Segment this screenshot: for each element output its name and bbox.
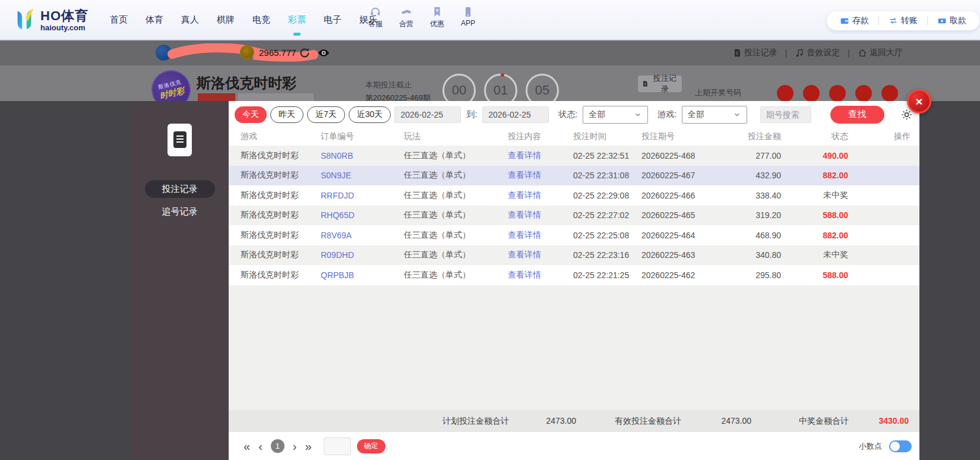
cell-detail-link[interactable]: 查看详情: [508, 250, 573, 260]
cell-order-link[interactable]: R09DHD: [321, 250, 404, 260]
quick-item-label: 合营: [399, 19, 413, 29]
cell-order-link[interactable]: RHQ65D: [321, 210, 404, 220]
cell-amount: 319.20: [716, 210, 781, 220]
planned-total-value: 2473.00: [508, 416, 576, 426]
pagination-bar: « ‹ 1 › » 确定 小数点: [229, 432, 919, 460]
quick-menu: 客服合营¥优惠APP: [363, 6, 480, 29]
first-page-button[interactable]: «: [244, 440, 250, 452]
column-header-投注期号: 投注期号: [641, 131, 716, 142]
cell-detail-link[interactable]: 查看详情: [508, 210, 573, 220]
visibility-eye-icon[interactable]: [317, 46, 330, 59]
date-from-input[interactable]: [394, 106, 461, 123]
quick-range-group: 今天昨天近7天近30天: [235, 106, 391, 123]
cell-play: 任三直选（单式）: [404, 150, 508, 161]
quick-item-合营[interactable]: 合营: [394, 6, 418, 29]
cell-period: 20260225-467: [641, 171, 716, 180]
wallet-action-取款[interactable]: 取款: [937, 15, 966, 26]
range-pill-昨天[interactable]: 昨天: [270, 106, 304, 123]
cell-detail-link[interactable]: 查看详情: [508, 170, 573, 181]
cell-order-link[interactable]: R8V69A: [321, 231, 404, 240]
coin-icon: [240, 45, 254, 59]
lottery-ball: [881, 85, 898, 102]
bet-records-button[interactable]: 投注记录: [638, 75, 682, 92]
account-link-投注记录[interactable]: 投注记录: [732, 48, 777, 58]
cell-amount: 277.00: [716, 151, 781, 160]
period-search-input[interactable]: [760, 106, 811, 123]
account-link-音效设定[interactable]: 音效设定: [795, 48, 840, 58]
table-row: 斯洛伐克时时彩S0N9JE任三直选（单式）查看详情02-25 22:31:082…: [229, 166, 919, 186]
close-modal-button[interactable]: ×: [907, 89, 931, 114]
nav-item-棋牌[interactable]: 棋牌: [213, 14, 239, 26]
account-link-返回大厅[interactable]: 返回大厅: [858, 48, 903, 58]
sidebar-item-追号记录[interactable]: 追号记录: [145, 203, 215, 220]
handshake-icon: [400, 6, 412, 18]
wallet-action-转账[interactable]: 转账: [889, 15, 918, 26]
table-row: 斯洛伐克时时彩S8N0RB任三直选（单式）查看详情02-25 22:32:512…: [229, 146, 919, 166]
play-tab-active[interactable]: [198, 93, 235, 101]
last-page-button[interactable]: »: [305, 440, 311, 452]
prev-page-button[interactable]: ‹: [258, 440, 263, 452]
cell-time: 02-25 22:31:08: [573, 171, 641, 180]
wallet-action-label: 转账: [901, 15, 918, 26]
quick-item-优惠[interactable]: ¥优惠: [425, 6, 449, 29]
cell-period: 20260225-465: [641, 210, 716, 220]
cell-amount: 340.80: [716, 250, 781, 260]
nav-item-电子[interactable]: 电子: [320, 14, 346, 26]
quick-item-客服[interactable]: 客服: [363, 6, 387, 29]
page-confirm-button[interactable]: 确定: [357, 439, 385, 453]
cell-order-link[interactable]: S8N0RB: [321, 151, 404, 160]
range-pill-今天[interactable]: 今天: [235, 106, 267, 123]
cell-status: 588.00: [781, 210, 848, 220]
range-pill-近30天[interactable]: 近30天: [349, 106, 391, 123]
cell-detail-link[interactable]: 查看详情: [508, 230, 573, 241]
cell-period: 20260225-463: [641, 250, 716, 260]
account-link-label: 音效设定: [807, 48, 840, 58]
page-dimmed-background: 2965.777 投注记录|音效设定|返回大厅 斯洛伐克 时时彩 斯洛伐克时时彩…: [0, 40, 980, 460]
cell-detail-link[interactable]: 查看详情: [508, 150, 573, 161]
nav-item-体育[interactable]: 体育: [141, 14, 167, 26]
brand-logo-icon: [13, 7, 36, 33]
screen: HO体育 haiouty.com 首页体育真人棋牌电竞彩票电子娱乐 客服合营¥优…: [0, 0, 980, 460]
win-total-value: 3430.00: [840, 416, 909, 426]
sidebar-item-投注记录[interactable]: 投注记录: [145, 180, 215, 198]
cell-amount: 338.40: [716, 191, 781, 200]
cell-order-link[interactable]: QRPBJB: [321, 270, 404, 280]
search-button[interactable]: 查找: [830, 106, 884, 124]
play-tab[interactable]: [238, 93, 314, 101]
nav-item-彩票[interactable]: 彩票: [284, 14, 310, 26]
quick-item-label: APP: [461, 19, 475, 27]
doc-icon: [732, 48, 742, 58]
cell-order-link[interactable]: S0N9JE: [321, 171, 404, 180]
divider: [927, 17, 928, 25]
next-page-button[interactable]: ›: [293, 440, 297, 452]
refresh-icon[interactable]: [298, 46, 311, 59]
cell-status: 490.00: [781, 151, 848, 160]
cell-detail-link[interactable]: 查看详情: [508, 270, 573, 281]
decimal-toggle[interactable]: [889, 440, 912, 452]
lottery-ball: [855, 85, 872, 102]
range-pill-近7天[interactable]: 近7天: [307, 106, 345, 123]
cell-order-link[interactable]: RRFDJD: [321, 191, 404, 200]
deposit-icon: [840, 16, 849, 26]
quick-item-APP[interactable]: APP: [456, 6, 480, 29]
brand-logo[interactable]: HO体育 haiouty.com: [13, 7, 88, 33]
cell-detail-link[interactable]: 查看详情: [508, 190, 573, 201]
decimal-label: 小数点: [859, 441, 882, 452]
column-header-状态: 状态: [781, 131, 848, 142]
nav-item-真人[interactable]: 真人: [177, 14, 203, 26]
page-number-input[interactable]: [324, 437, 351, 455]
current-page-badge[interactable]: 1: [271, 439, 284, 453]
nav-item-首页[interactable]: 首页: [106, 14, 132, 26]
document-icon: [173, 131, 186, 148]
quick-item-label: 客服: [368, 19, 382, 29]
nav-item-电竞[interactable]: 电竞: [248, 14, 274, 26]
table-row: 斯洛伐克时时彩RHQ65D任三直选（单式）查看详情02-25 22:27:022…: [229, 206, 919, 226]
game-select[interactable]: 全部: [682, 106, 747, 124]
cell-period: 20260225-466: [641, 191, 716, 200]
chevron-down-icon: [634, 111, 642, 119]
status-select[interactable]: 全部: [583, 106, 648, 124]
account-link-label: 返回大厅: [870, 48, 903, 58]
wallet-action-存款[interactable]: 存款: [840, 15, 869, 26]
totals-bar: 计划投注金额合计 2473.00 有效投注金额合计 2473.00 中奖金额合计…: [229, 410, 919, 432]
date-to-input[interactable]: [482, 106, 549, 123]
